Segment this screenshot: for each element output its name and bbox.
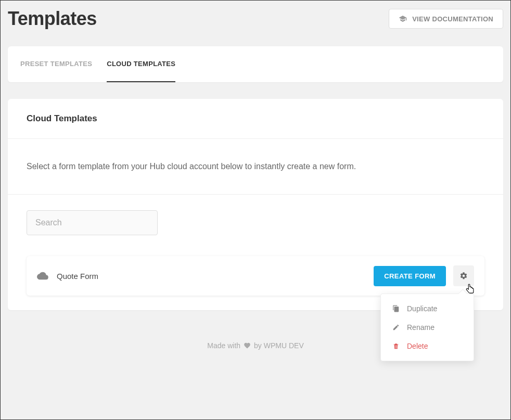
dropdown-duplicate[interactable]: Duplicate <box>381 299 474 318</box>
footer-made-with: Made with <box>207 341 240 350</box>
tab-cloud-templates[interactable]: CLOUD TEMPLATES <box>107 46 175 82</box>
settings-dropdown: Duplicate Rename Delete <box>380 294 474 361</box>
gear-icon <box>459 272 468 280</box>
section-title: Cloud Templates <box>8 99 503 139</box>
footer-by: by WPMU DEV <box>254 341 304 350</box>
dropdown-delete-label: Delete <box>407 342 428 350</box>
create-form-button[interactable]: CREATE FORM <box>374 266 446 286</box>
search-input[interactable] <box>27 210 158 235</box>
heart-icon <box>244 342 251 349</box>
template-name: Quote Form <box>57 272 98 281</box>
page-title: Templates <box>8 8 97 30</box>
dropdown-rename-label: Rename <box>407 323 435 332</box>
tab-preset-templates[interactable]: PRESET TEMPLATES <box>20 46 92 82</box>
dropdown-rename[interactable]: Rename <box>381 318 474 337</box>
trash-icon <box>392 342 400 350</box>
template-row: Quote Form CREATE FORM Duplicate Rename <box>27 256 484 296</box>
section-description: Select a form template from your Hub clo… <box>8 139 503 195</box>
dropdown-delete[interactable]: Delete <box>381 337 474 355</box>
copy-icon <box>392 305 400 312</box>
doc-button-label: VIEW DOCUMENTATION <box>412 15 493 23</box>
tabs-container: PRESET TEMPLATES CLOUD TEMPLATES <box>8 46 503 82</box>
settings-button[interactable] <box>453 265 474 286</box>
pencil-icon <box>392 324 400 331</box>
graduation-cap-icon <box>399 15 407 23</box>
view-documentation-button[interactable]: VIEW DOCUMENTATION <box>389 9 503 29</box>
dropdown-duplicate-label: Duplicate <box>407 304 437 313</box>
main-card: Cloud Templates Select a form template f… <box>8 99 503 310</box>
cloud-icon <box>37 270 48 282</box>
